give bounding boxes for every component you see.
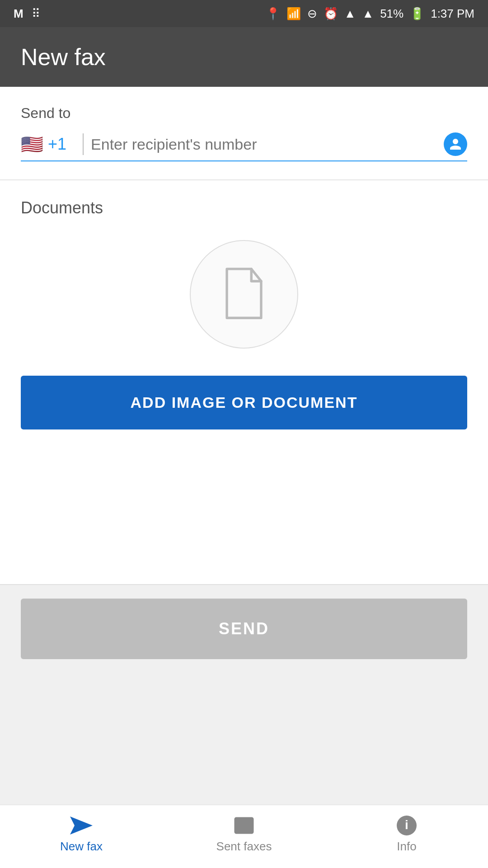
sent-faxes-icon	[231, 815, 257, 836]
document-placeholder	[21, 240, 467, 349]
tab-info-label: Info	[397, 840, 416, 854]
gmail-icon: M	[14, 7, 23, 21]
status-bar-right: 📍 📶 ⊖ ⏰ ▲ ▲ 51% 🔋 1:37 PM	[266, 7, 474, 21]
tab-new-fax-label: New fax	[60, 840, 103, 854]
new-fax-icon	[69, 815, 94, 836]
bottom-navigation: New fax Sent faxes i Info	[0, 805, 488, 868]
status-bar: M ⠿ 📍 📶 ⊖ ⏰ ▲ ▲ 51% 🔋 1:37 PM	[0, 0, 488, 27]
divider	[83, 133, 84, 155]
svg-marker-0	[70, 816, 93, 835]
clock: 1:37 PM	[431, 7, 474, 21]
send-to-label: Send to	[21, 105, 467, 122]
info-icon: i	[394, 815, 419, 836]
send-to-section: Send to 🇺🇸 +1	[0, 87, 488, 170]
contact-picker-button[interactable]	[444, 132, 467, 156]
flag-icon: 🇺🇸	[21, 135, 43, 153]
documents-label: Documents	[21, 198, 467, 217]
battery-percent: 51%	[380, 7, 404, 21]
recipient-number-input[interactable]	[91, 134, 444, 155]
tab-new-fax[interactable]: New fax	[0, 815, 163, 854]
document-icon	[219, 264, 269, 325]
page-title: New fax	[21, 44, 106, 70]
alarm-icon: ⏰	[324, 7, 338, 21]
tab-sent-faxes[interactable]: Sent faxes	[163, 815, 325, 854]
send-button[interactable]: SEND	[21, 599, 467, 659]
main-content: Send to 🇺🇸 +1 Documents	[0, 87, 488, 584]
grid-icon: ⠿	[32, 7, 40, 21]
send-area: SEND	[0, 585, 488, 668]
status-bar-left: M ⠿	[14, 7, 40, 21]
tab-sent-faxes-label: Sent faxes	[216, 840, 272, 854]
svg-rect-1	[235, 818, 253, 833]
tab-info[interactable]: i Info	[325, 815, 488, 854]
battery-icon: 🔋	[410, 7, 424, 21]
country-selector[interactable]: 🇺🇸 +1	[21, 135, 75, 154]
app-header: New fax	[0, 27, 488, 87]
contact-icon	[449, 137, 462, 151]
gray-spacer	[0, 668, 488, 805]
recipient-row: 🇺🇸 +1	[21, 132, 467, 161]
documents-section: Documents ADD IMAGE OR DOCUMENT	[0, 180, 488, 584]
doc-circle	[190, 240, 298, 349]
svg-text:i: i	[405, 818, 408, 832]
signal-icon: ▲	[362, 7, 374, 21]
location-icon: 📍	[266, 7, 280, 21]
minus-icon: ⊖	[307, 7, 317, 21]
bluetooth-icon: 📶	[286, 7, 301, 21]
country-code: +1	[48, 135, 66, 154]
wifi-icon: ▲	[344, 7, 356, 21]
add-document-button[interactable]: ADD IMAGE OR DOCUMENT	[21, 376, 467, 429]
